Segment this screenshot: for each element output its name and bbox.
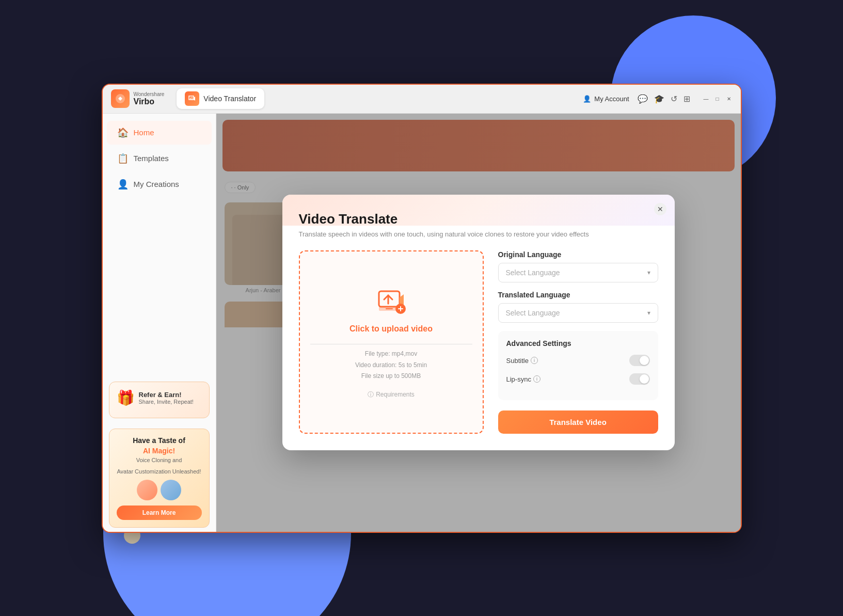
app-window: Wondershare Virbo Video Translator	[102, 84, 742, 533]
chevron-down-icon: ▾	[647, 269, 650, 276]
original-language-placeholder: Select Language	[506, 268, 560, 277]
upload-requirements[interactable]: ⓘ Requirements	[368, 390, 415, 399]
promo-avatar-2	[161, 480, 181, 500]
sidebar: 🏠 Home 📋 Templates 👤 My Creations 🎁 Refe…	[103, 114, 216, 532]
brand-name: Wondershare	[134, 91, 165, 97]
sidebar-item-home[interactable]: 🏠 Home	[107, 121, 212, 145]
translated-language-label: Translated Language	[498, 291, 658, 299]
refer-title: Refer & Earn!	[139, 391, 194, 399]
translated-language-select[interactable]: Select Language ▾	[498, 303, 658, 323]
promo-highlight: AI Magic!	[117, 447, 202, 455]
subtitle-info-icon[interactable]: i	[531, 357, 538, 364]
subtitle-label: Subtitle i	[506, 357, 538, 365]
templates-icon: 📋	[117, 153, 129, 164]
titlebar-right: 👤 My Account 💬 🎓 ↺ ⊞ — □ ✕	[583, 94, 732, 104]
grid-icon[interactable]: ⊞	[683, 94, 690, 104]
window-controls: — □ ✕	[703, 95, 733, 102]
refer-banner: 🎁 Refer & Earn! Share, Invite, Repeat!	[109, 382, 210, 418]
lipsync-toggle[interactable]	[629, 373, 650, 385]
maximize-button[interactable]: □	[714, 95, 721, 102]
settings-panel: Original Language Select Language ▾ Tran…	[498, 250, 658, 434]
app-body: 🏠 Home 📋 Templates 👤 My Creations 🎁 Refe…	[103, 114, 741, 532]
modal-subtitle: Translate speech in videos with one touc…	[299, 230, 658, 238]
refresh-icon[interactable]: ↺	[671, 94, 677, 104]
gift-icon: 🎁	[117, 389, 135, 406]
sidebar-templates-label: Templates	[134, 154, 169, 163]
main-content: · · Only Arjun - Araber Gabriel-B	[216, 114, 741, 532]
account-label: My Account	[594, 95, 629, 103]
my-creations-icon: 👤	[117, 179, 129, 190]
home-icon: 🏠	[117, 127, 129, 138]
tab-icon	[185, 91, 199, 106]
upload-icon	[375, 285, 408, 318]
learn-more-button[interactable]: Learn More	[117, 506, 202, 520]
sidebar-creations-label: My Creations	[134, 180, 179, 188]
upload-file-type: File type: mp4,mov Video duration: 5s to…	[355, 349, 427, 382]
subtitle-setting-row: Subtitle i	[506, 355, 650, 366]
tab-area: Video Translator	[177, 88, 264, 109]
modal-body: Click to upload video File type: mp4,mov…	[299, 250, 658, 434]
account-icon: 👤	[583, 95, 591, 103]
upload-divider	[310, 344, 472, 344]
logo-icon	[111, 89, 130, 108]
video-translator-tab[interactable]: Video Translator	[177, 88, 264, 109]
requirements-icon: ⓘ	[368, 390, 374, 399]
tab-label: Video Translator	[203, 94, 256, 103]
modal-header: Video Translate Translate speech in vide…	[299, 211, 658, 238]
refer-header: 🎁 Refer & Earn! Share, Invite, Repeat!	[117, 389, 202, 406]
promo-avatar-1	[137, 480, 157, 500]
modal-overlay: ✕ Video Translate Translate speech in vi…	[216, 114, 741, 532]
chat-icon[interactable]: 💬	[638, 94, 648, 104]
sidebar-home-label: Home	[134, 128, 154, 137]
sidebar-item-my-creations[interactable]: 👤 My Creations	[107, 172, 212, 196]
subtitle-toggle[interactable]	[629, 355, 650, 366]
requirements-label: Requirements	[376, 391, 415, 398]
modal-title: Video Translate	[299, 211, 658, 227]
original-language-select[interactable]: Select Language ▾	[498, 263, 658, 282]
toggle-knob	[640, 356, 649, 365]
video-translate-modal: ✕ Video Translate Translate speech in vi…	[282, 195, 675, 450]
lipsync-setting-row: Lip-sync i	[506, 373, 650, 385]
upload-cta-text: Click to upload video	[349, 324, 433, 334]
promo-title: Have a Taste of	[117, 436, 202, 445]
translate-video-button[interactable]: Translate Video	[498, 410, 658, 434]
account-button[interactable]: 👤 My Account	[583, 95, 629, 103]
promo-banner: Have a Taste of AI Magic! Voice Cloning …	[109, 429, 210, 528]
title-bar: Wondershare Virbo Video Translator	[103, 85, 741, 114]
app-name: Virbo	[134, 97, 165, 106]
promo-desc2: Avatar Customization Unleashed!	[117, 468, 202, 475]
titlebar-icons: 💬 🎓 ↺ ⊞	[638, 94, 690, 104]
logo-area: Wondershare Virbo	[111, 89, 165, 108]
original-language-label: Original Language	[498, 250, 658, 259]
chevron-down-icon-2: ▾	[647, 309, 650, 317]
translated-language-placeholder: Select Language	[506, 309, 560, 317]
minimize-button[interactable]: —	[703, 95, 710, 102]
svg-rect-1	[379, 291, 400, 307]
lipsync-info-icon[interactable]: i	[533, 375, 540, 383]
upload-area[interactable]: Click to upload video File type: mp4,mov…	[299, 250, 484, 434]
promo-desc1: Voice Cloning and	[117, 457, 202, 463]
promo-images	[117, 480, 202, 500]
close-button[interactable]: ✕	[725, 95, 733, 102]
refer-sub: Share, Invite, Repeat!	[139, 399, 194, 405]
lipsync-label: Lip-sync i	[506, 375, 540, 383]
lipsync-toggle-knob	[640, 374, 649, 384]
advanced-settings: Advanced Settings Subtitle i	[498, 331, 658, 400]
bell-icon[interactable]: 🎓	[654, 94, 664, 104]
logo-text: Wondershare Virbo	[134, 91, 165, 106]
sidebar-item-templates[interactable]: 📋 Templates	[107, 147, 212, 170]
advanced-settings-title: Advanced Settings	[506, 339, 650, 348]
